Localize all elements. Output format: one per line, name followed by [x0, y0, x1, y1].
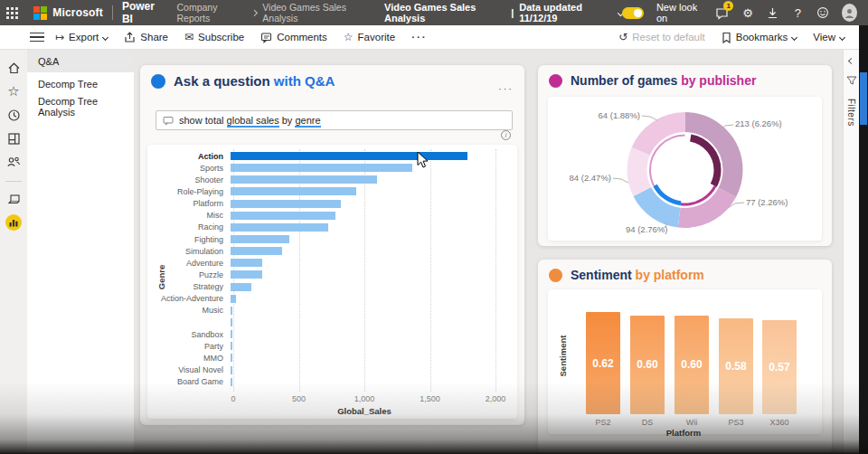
reset-icon: ↺ — [618, 31, 627, 43]
genre-bar-Sports[interactable] — [231, 164, 412, 172]
qna-more-options-button[interactable]: ··· — [498, 83, 514, 94]
donut-callout-label: 213 (6.26%) — [735, 118, 782, 128]
export-chevron-icon — [102, 33, 108, 40]
genre-bar-Action-Adventure[interactable] — [231, 295, 236, 303]
scrollbar-thumb[interactable] — [860, 72, 867, 125]
genre-bar-Platform[interactable] — [231, 200, 341, 208]
subscribe-button[interactable]: ✉ Subscribe — [184, 31, 244, 43]
notification-badge: 1 — [723, 1, 733, 11]
toolbar-right-group: ↺ Reset to default Bookmarks View — [618, 31, 859, 43]
help-icon[interactable]: ? — [791, 5, 804, 20]
recent-clock-icon[interactable] — [4, 105, 24, 125]
sentiment-value-label: 0.60 — [630, 358, 665, 371]
publisher-donut-panel: 213 (6.26%)77 (2.26%)94 (2.76%)84 (2.47%… — [548, 97, 822, 241]
publisher-title-accent: by publisher — [681, 73, 756, 88]
sentiment-card-header: Sentiment by platform — [549, 268, 704, 282]
publisher-donut-card[interactable]: Number of games by publisher 213 (6.26%)… — [538, 65, 832, 246]
favorites-star-icon[interactable]: ☆ — [4, 81, 24, 101]
view-button[interactable]: View — [813, 32, 844, 43]
settings-gear-icon[interactable]: ⚙ — [741, 5, 754, 20]
genre-bar-row: Misc — [147, 210, 506, 222]
sentiment-title-main: Sentiment — [571, 268, 636, 282]
toolbar-more-button[interactable]: ··· — [411, 32, 428, 43]
genre-bar-Adventure[interactable] — [231, 259, 262, 267]
genre-bar-track — [231, 200, 506, 208]
donut-callout-label: 64 (1.88%) — [599, 110, 640, 120]
account-avatar[interactable] — [842, 4, 857, 22]
publisher-card-title: Number of games by publisher — [571, 73, 756, 88]
report-title-group[interactable]: Video Games Sales Analysis | Data update… — [384, 2, 622, 24]
qna-info-icon[interactable]: i — [501, 130, 511, 140]
shared-with-me-people-icon[interactable] — [4, 152, 24, 172]
new-look-toggle[interactable] — [622, 7, 644, 19]
genre-bar-MMO[interactable] — [231, 354, 232, 362]
genre-bar-Simulation[interactable] — [231, 247, 282, 255]
export-icon: ↦ — [55, 31, 64, 43]
page-item-qna[interactable]: Q&A — [27, 50, 134, 72]
feedback-smiley-icon[interactable] — [816, 5, 829, 20]
filter-funnel-icon[interactable] — [846, 76, 857, 86]
pages-panel: Q&A Decomp Tree Decomp Tree Analysis — [27, 50, 134, 454]
genre-y-axis-title: Genre — [156, 264, 166, 288]
genre-bar-track — [231, 164, 506, 172]
genre-bar-Shooter[interactable] — [231, 175, 377, 184]
publisher-card-header: Number of games by publisher — [549, 73, 756, 88]
qna-question-input[interactable]: show total global sales by genre — [156, 110, 513, 130]
donut-leader-line — [613, 178, 628, 183]
page-item-decomp-tree[interactable]: Decomp Tree — [27, 72, 134, 95]
query-term-global-sales[interactable]: global sales — [227, 115, 279, 128]
export-button[interactable]: ↦ Export — [55, 31, 108, 43]
genre-bar-Board Game[interactable] — [231, 378, 232, 386]
expand-filters-chevron-icon[interactable] — [848, 58, 854, 64]
genre-bar-Visual Novel[interactable] — [231, 366, 232, 374]
qna-query-text: show total global sales by genre — [179, 115, 321, 126]
power-bi-wordmark[interactable]: Power BI — [122, 0, 165, 25]
genre-bar-Action[interactable] — [231, 152, 467, 160]
query-term-genre[interactable]: genre — [295, 115, 320, 128]
query-prefix: show total — [179, 115, 227, 126]
home-icon[interactable] — [4, 58, 24, 78]
breadcrumb-report[interactable]: Video Games Sales Analysis — [262, 2, 372, 24]
favorite-label: Favorite — [358, 32, 396, 43]
favorite-star-icon: ☆ — [344, 31, 354, 43]
share-button[interactable]: Share — [124, 32, 168, 43]
genre-bar-Fighting[interactable] — [231, 235, 289, 243]
genre-x-tick: 500 — [279, 394, 319, 403]
genre-bar-track — [231, 307, 506, 315]
report-toolbar: ↦ Export Share ✉ Subscribe Comments ☆ Fa… — [0, 25, 859, 50]
apps-grid-icon[interactable] — [4, 128, 24, 148]
notifications-icon[interactable]: 1 — [715, 5, 729, 20]
page-item-decomp-tree-analysis[interactable]: Decomp Tree Analysis — [27, 95, 134, 118]
genre-bar-row — [147, 317, 506, 328]
genre-bar-Sandbox[interactable] — [231, 330, 232, 338]
genre-bar-Strategy[interactable] — [231, 283, 251, 291]
reset-to-default-button[interactable]: ↺ Reset to default — [618, 31, 705, 43]
genre-bar-row: Visual Novel — [147, 364, 506, 376]
collapse-pages-hamburger-icon[interactable] — [30, 30, 44, 45]
genre-category-label: Visual Novel — [147, 365, 231, 374]
breadcrumb-workspace[interactable]: Company Reports — [176, 2, 245, 24]
pbi-app-icon[interactable] — [4, 213, 24, 232]
genre-bar-Party[interactable] — [231, 342, 232, 350]
genre-bar-Puzzle[interactable] — [231, 270, 262, 279]
comments-icon — [260, 32, 272, 43]
rail-divider — [5, 181, 22, 182]
bookmarks-button[interactable]: Bookmarks — [722, 32, 797, 43]
microsoft-logo-icon — [33, 6, 47, 20]
genre-bar-Racing[interactable] — [231, 223, 328, 232]
comments-button[interactable]: Comments — [260, 32, 327, 43]
genre-bar-row: Strategy — [147, 281, 506, 293]
download-icon[interactable] — [767, 5, 779, 20]
sentiment-y-axis-title: Sentiment — [558, 329, 568, 383]
sentiment-bar-card[interactable]: Sentiment by platform 0.62PS20.60DS0.60W… — [538, 260, 832, 454]
workspaces-stacked-icon[interactable] — [4, 189, 24, 209]
qna-visual-card[interactable]: Ask a question with Q&A ··· show total g… — [140, 65, 524, 425]
reset-label: Reset to default — [632, 32, 705, 43]
favorite-button[interactable]: ☆ Favorite — [344, 31, 395, 43]
genre-bar-blank[interactable] — [231, 318, 232, 326]
app-launcher-waffle-icon[interactable] — [0, 0, 24, 25]
subscribe-envelope-icon: ✉ — [184, 31, 193, 43]
genre-bar-Role-Playing[interactable] — [231, 187, 356, 195]
genre-bar-Music[interactable] — [231, 307, 232, 315]
genre-bar-Misc[interactable] — [231, 212, 335, 220]
